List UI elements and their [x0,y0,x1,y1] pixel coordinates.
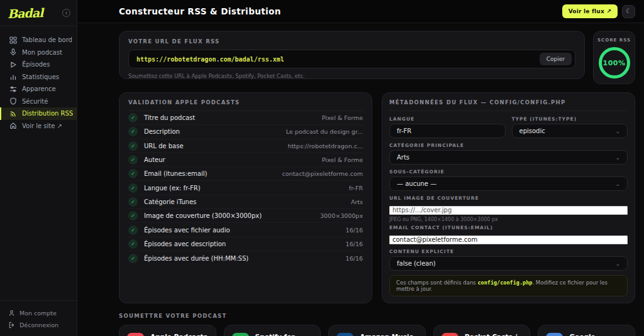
sidebar-footer: Mon compte Déconnexion [0,300,77,336]
validation-list: ✓ Titre du podcast Pixel & Forme ✓ Descr… [128,111,363,265]
sidebar-item-voir-le-site[interactable]: Voir le site ↗ [0,120,77,133]
check-icon: ✓ [128,155,138,165]
validation-row: ✓ URL de base https://robotetdragon.c... [128,139,363,153]
sidebar-item-tableau-de-bord[interactable]: Tableau de bord [0,34,77,46]
sidebar-item-label: Tableau de bord [22,36,72,43]
type-label: TYPE (ITUNES:TYPE) [512,116,628,122]
contenu-explicite-select[interactable]: false (clean) ⌄ [389,256,628,271]
validation-card: VALIDATION APPLE PODCASTS ✓ Titre du pod… [119,92,372,303]
email-contact-label: EMAIL CONTACT (ITUNES:EMAIL) [389,225,628,230]
microphone-icon [441,333,458,336]
platform-card-apple-podcasts[interactable]: ♫ Apple Podcasts Connectez-vous à Podcas… [119,325,216,336]
user-icon [8,310,15,317]
home-icon [9,122,17,129]
submit-title: SOUMETTRE VOTRE PODCAST [119,313,635,319]
sidebar-item-apparence[interactable]: Apparence [0,83,77,95]
topbar: Constructeur RSS & Distribution Voir le … [77,0,644,23]
validation-row: ✓ Épisodes avec fichier audio 16/16 [128,223,363,237]
microphone-icon [9,48,17,56]
sidebar-item-label: Statistiques [22,73,59,80]
sidebar: Badal i Tableau de bord Mon podcast Épis… [0,0,77,336]
sidebar-item-statistiques[interactable]: Statistiques [0,71,77,84]
check-icon: ✓ [128,169,138,178]
sidebar-item-securite[interactable]: Sécurité [0,95,77,108]
score-ring: 100% [599,47,630,79]
check-icon: ✓ [128,141,138,151]
validation-row: ✓ Catégorie iTunes Arts [128,195,363,209]
check-icon: ✓ [128,239,138,249]
platform-cards: ♫ Apple Podcasts Connectez-vous à Podcas… [119,325,635,336]
feed-url-value: https://robotetdragon.com/badal/rss.xml [136,56,284,63]
logo-row: Badal i [0,0,77,26]
config-path-code: config/config.php [477,279,532,286]
cover-url-label: URL IMAGE DE COUVERTURE [389,195,628,201]
feed-url-input[interactable]: https://robotetdragon.com/badal/rss.xml … [128,50,575,68]
chevron-down-icon: ⌄ [615,154,620,161]
contenu-explicite-label: CONTENU EXPLICITE [389,249,628,254]
sidebar-item-label: Épisodes [22,61,50,68]
metadata-card: MÉTADONNÉES DU FLUX — CONFIG/CONFIG.PHP … [382,92,635,303]
main-content: VOTRE URL DE FLUX RSS https://robotetdra… [77,23,644,336]
app-logo: Badal [8,6,43,21]
bar-chart-icon [9,73,17,80]
sliders-icon [9,85,17,93]
sidebar-item-label: Sécurité [22,98,48,105]
sidebar-item-label: Mon podcast [22,49,62,56]
sidebar-item-deconnexion[interactable]: Déconnexion [0,319,77,331]
sidebar-item-mon-compte[interactable]: Mon compte [0,307,77,319]
sidebar-nav: Tableau de bord Mon podcast Épisodes Sta… [0,34,77,132]
shield-icon [9,97,17,105]
rss-icon [9,110,17,117]
chevron-down-icon: ⌄ [615,128,620,134]
validation-row: ✓ Langue (ex: fr-FR) fr-FR [128,181,363,195]
submit-section: SOUMETTRE VOTRE PODCAST ♫ Apple Podcasts… [119,313,635,336]
config-note: Ces champs sont définis dans config/conf… [389,275,628,296]
feed-url-card: VOTRE URL DE FLUX RSS https://robotetdra… [119,31,585,79]
headphones-icon [232,333,249,336]
validation-row: ✓ Image de couverture (3000×3000px) 3000… [128,209,363,223]
check-icon: ✓ [128,183,138,193]
categorie-label: CATÉGORIE PRINCIPALE [389,143,628,148]
view-feed-button[interactable]: Voir le flux ↗ [562,4,618,18]
email-contact-input[interactable] [389,236,628,244]
langue-input[interactable] [389,124,506,138]
rss-score-card: SCORE RSS 100% [593,31,635,84]
cover-url-input[interactable] [389,206,628,215]
check-icon: ✓ [128,211,138,220]
play-icon [9,61,17,68]
copy-button[interactable]: Copier [540,53,572,65]
validation-row: ✓ Épisodes avec description 16/16 [128,237,363,251]
platform-card-google-youtube[interactable]: Google Podcasts / YouTube Importez votre… [538,325,635,336]
platform-card-pocket-casts[interactable]: Pocket Casts / Podcast Index Soumettez à… [433,325,531,336]
sidebar-item-label: Voir le site ↗ [22,122,62,129]
validation-row: ✓ Email (itunes:email) contact@pixeletfo… [128,167,363,181]
music-note-icon: ♫ [127,333,144,336]
langue-label: LANGUE [389,116,506,122]
logout-icon [8,322,15,328]
theme-toggle-moon-icon[interactable]: ☾ [622,5,635,18]
chevron-down-icon: ⌄ [615,261,620,267]
validation-title: VALIDATION APPLE PODCASTS [128,99,363,111]
categorie-select[interactable]: Arts ⌄ [389,150,628,165]
sidebar-item-episodes[interactable]: Épisodes [0,58,77,71]
platform-card-amazon[interactable]: Amazon Music / Audible Soumettez via le … [328,325,426,336]
footer-item-label: Déconnexion [19,322,58,328]
footer-item-label: Mon compte [19,310,57,317]
sidebar-item-distribution-rss[interactable]: Distribution RSS [0,107,77,120]
check-icon: ✓ [128,197,138,207]
dashboard-icon [9,36,17,44]
platform-card-spotify[interactable]: Spotify for Podcasters Importez votre fl… [224,325,321,336]
validation-metadata-row: VALIDATION APPLE PODCASTS ✓ Titre du pod… [119,92,635,303]
validation-row: ✓ Épisodes avec durée (HH:MM:SS) 16/16 [128,251,363,265]
topbar-actions: Voir le flux ↗ ☾ [562,4,635,18]
sous-categorie-select[interactable]: — aucune — ⌄ [389,176,628,191]
content-column: Constructeur RSS & Distribution Voir le … [77,0,644,336]
validation-row: ✓ Titre du podcast Pixel & Forme [128,111,363,125]
feed-url-hint: Soumettez cette URL à Apple Podcasts, Sp… [128,73,575,79]
type-select[interactable]: episodic ⌄ [512,124,628,138]
radio-icon [336,333,353,336]
sidebar-item-label: Distribution RSS [22,110,73,117]
info-icon[interactable]: i [62,9,70,17]
feed-url-row: VOTRE URL DE FLUX RSS https://robotetdra… [119,31,635,84]
sidebar-item-mon-podcast[interactable]: Mon podcast [0,46,77,59]
